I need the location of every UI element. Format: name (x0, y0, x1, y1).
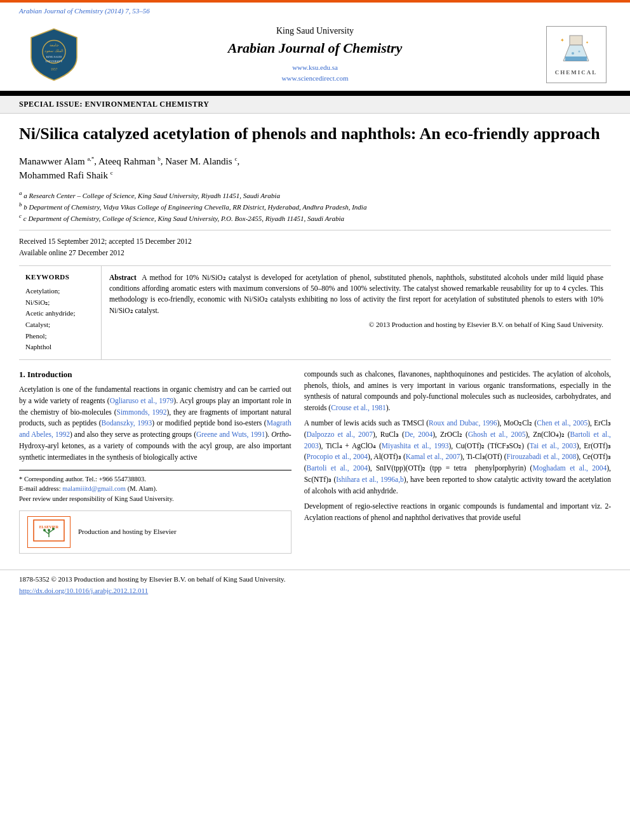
two-col-body: 1. Introduction Acetylation is one of th… (19, 369, 611, 554)
ref-crouse: Crouse et al., 1981 (331, 404, 386, 411)
keyword-1: Acetylation; (25, 286, 95, 297)
bottom-doi: http://dx.doi.org/10.1016/j.arabjc.2012.… (19, 585, 611, 597)
svg-point-18 (48, 529, 50, 531)
affil-a: a a Research Center – College of Science… (19, 189, 611, 201)
ref-ghosh: Ghosh et al., 2005 (468, 430, 526, 438)
ref-greene: Greene and Wuts, 1991 (196, 430, 265, 438)
header-section: جامعة الملك سعود KING SAUD UNIVERSITY 19… (0, 18, 630, 93)
university-name: King Saud University (89, 25, 541, 37)
ref-firouzabadi: Firouzabadi et al., 2008 (507, 453, 577, 460)
website-links: www.ksu.edu.sa www.sciencedirect.com (89, 62, 541, 84)
author-manawwer: Manawwer Alam a,*, (19, 156, 98, 166)
website1: www.ksu.edu.sa (89, 62, 541, 74)
abstract-box: Abstract A method for 10% Ni/SiO₂ cataly… (102, 266, 611, 359)
svg-text:جامعة: جامعة (50, 43, 59, 47)
dates-section: Received 15 September 2012; accepted 15 … (19, 230, 611, 259)
author-mohammed: Mohammed Rafi Shaik c (19, 170, 113, 180)
chemical-logo-container: ✦ ✦ CHEMICAL (541, 20, 611, 90)
svg-text:UNIVERSITY: UNIVERSITY (46, 60, 64, 63)
abstract-copyright: © 2013 Production and hosting by Elsevie… (109, 320, 603, 330)
keyword-2: Ni/SiO₂; (25, 297, 95, 309)
author-naser: Naser M. Alandis c, (165, 156, 239, 166)
ref-bodanszky: Bodanszky, 1993 (102, 419, 152, 427)
article-title: Ni/Silica catalyzed acetylation of pheno… (19, 123, 611, 145)
svg-text:KING SAUD: KING SAUD (46, 55, 62, 58)
bottom-issn: 1878-5352 © 2013 Production and hosting … (19, 574, 611, 585)
abstract-text: Abstract A method for 10% Ni/SiO₂ cataly… (109, 272, 603, 316)
footnote-section: * Corresponding author. Tel.: +966 55473… (19, 470, 292, 504)
elsevier-logo-box: ELSEVIER (27, 516, 70, 548)
bottom-bar: 1878-5352 © 2013 Production and hosting … (0, 570, 630, 600)
right-column: compounds such as chalcones, flavanones,… (304, 369, 611, 554)
right-para-1: compounds such as chalcones, flavanones,… (304, 369, 611, 414)
page: Arabian Journal of Chemistry (2014) 7, 5… (0, 0, 630, 840)
footnote-email-link[interactable]: malamiiitd@gmail.com (62, 485, 126, 492)
chemical-label: CHEMICAL (555, 69, 598, 77)
main-content: Ni/Silica catalyzed acetylation of pheno… (0, 114, 630, 563)
header-center: King Saud University Arabian Journal of … (89, 18, 541, 91)
ref-dalpozzo: Dalpozzo et al., 2007 (306, 430, 373, 438)
footnote-email: E-mail address: malamiiitd@gmail.com (M.… (19, 484, 292, 494)
affiliations-section: a a Research Center – College of Science… (19, 189, 611, 223)
affil-c: c c Department of Chemistry, College of … (19, 212, 611, 223)
ref-bartoli2004: Bartoli et al., 2004 (306, 464, 367, 472)
svg-text:✦: ✦ (586, 41, 589, 44)
available-date: Available online 27 December 2012 (19, 247, 611, 258)
left-column: 1. Introduction Acetylation is one of th… (19, 369, 292, 554)
ref-moghadam: Moghadam et al., 2004 (532, 464, 607, 472)
ref-roux: Roux and Dubac, 1996 (429, 419, 497, 427)
svg-text:✦: ✦ (560, 37, 565, 43)
intro-heading: 1. Introduction (19, 369, 292, 380)
journal-name: Arabian Journal of Chemistry (89, 39, 541, 58)
ref-ogliaruso: Ogliaruso et al., 1979 (110, 397, 174, 404)
footnote-corresponding: * Corresponding author. Tel.: +966 55473… (19, 474, 292, 484)
footnote-peer-review: Peer review under responsibility of King… (19, 494, 292, 504)
keywords-title: KEYWORDS (25, 272, 95, 282)
ref-tai: Tai et al., 2003 (530, 442, 577, 450)
svg-text:الملك سعود: الملك سعود (44, 48, 64, 53)
elsevier-logo-icon: ELSEVIER (33, 519, 65, 542)
chemical-box: ✦ ✦ CHEMICAL (546, 26, 607, 83)
author-ateeq: Ateeq Rahman b, (98, 156, 165, 166)
svg-rect-6 (570, 36, 582, 45)
keyword-4: Catalyst; (25, 319, 95, 331)
svg-text:ELSEVIER: ELSEVIER (39, 525, 59, 529)
elsevier-footer-box: ELSEVIER Production and hosting by Elsev… (19, 510, 292, 554)
ref-simmonds: Simmonds, 1992 (117, 408, 167, 416)
right-para-2: A number of lewis acids such as TMSCl (R… (304, 418, 611, 497)
ksu-logo-container: جامعة الملك سعود KING SAUD UNIVERSITY 19… (19, 20, 89, 90)
ref-miyashita: Miyashita et al., 1993 (382, 442, 449, 450)
journal-citation: Arabian Journal of Chemistry (2014) 7, 5… (0, 3, 630, 18)
ref-chen: Chen et al., 2005 (537, 419, 587, 427)
keyword-3: Acetic anhydride; (25, 308, 95, 319)
elsevier-text: Production and hosting by Elsevier (78, 527, 177, 537)
ref-ishihara: Ishihara et al., 1996a,b (336, 476, 404, 483)
authors-section: Manawwer Alam a,*, Ateeq Rahman b, Naser… (19, 154, 611, 183)
affil-b: b b Department of Chemistry, Vidya Vikas… (19, 201, 611, 212)
doi-link[interactable]: http://dx.doi.org/10.1016/j.arabjc.2012.… (19, 587, 148, 594)
ksu-logo-svg: جامعة الملك سعود KING SAUD UNIVERSITY 19… (25, 26, 83, 83)
abstract-body: A method for 10% Ni/SiO₂ catalyst is dev… (109, 274, 603, 314)
special-issue-text: SPECIAL ISSUE: ENVIRONMENTAL CHEMISTRY (19, 100, 209, 109)
svg-point-16 (43, 529, 46, 531)
website2: www.sciencedirect.com (89, 73, 541, 84)
ref-de: De, 2004 (405, 430, 432, 438)
svg-point-8 (579, 51, 580, 53)
special-issue-bar: SPECIAL ISSUE: ENVIRONMENTAL CHEMISTRY (0, 96, 630, 114)
abstract-label: Abstract (109, 274, 137, 281)
right-para-3: Development of regio-selective reactions… (304, 501, 611, 524)
keyword-5: Phenol; (25, 331, 95, 342)
keyword-6: Naphthol (25, 342, 95, 353)
abstract-keywords-row: KEYWORDS Acetylation; Ni/SiO₂; Acetic an… (19, 265, 611, 360)
ref-kamal: Kamal et al., 2007 (406, 453, 460, 460)
keywords-box: KEYWORDS Acetylation; Ni/SiO₂; Acetic an… (19, 266, 102, 359)
svg-text:1957: 1957 (51, 67, 58, 71)
intro-para-1: Acetylation is one of the fundamental re… (19, 384, 292, 463)
chemical-flask-icon: ✦ ✦ (557, 32, 595, 67)
svg-point-17 (52, 528, 55, 530)
svg-point-7 (572, 52, 574, 55)
ref-procopio: Procopio et al., 2004 (306, 453, 368, 460)
received-date: Received 15 September 2012; accepted 15 … (19, 236, 611, 247)
